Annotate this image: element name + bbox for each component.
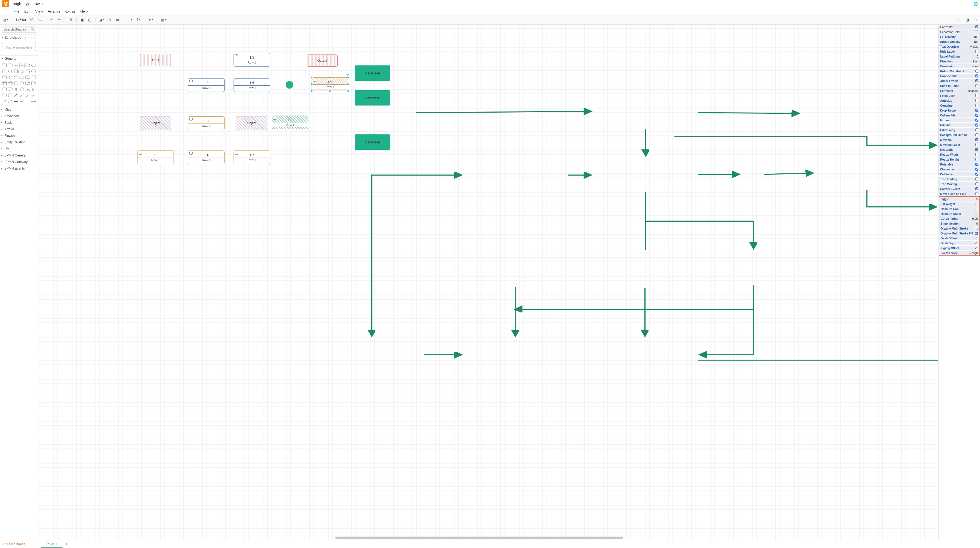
prop-value[interactable]: -41	[974, 212, 978, 215]
outline-panel-icon[interactable]: ⊟	[972, 16, 978, 23]
to-back-icon[interactable]: ▢	[86, 16, 93, 23]
color-swatch[interactable]	[973, 30, 978, 33]
prop-checkbox[interactable]	[975, 148, 978, 151]
app-logo[interactable]	[2, 0, 9, 7]
menu-extras[interactable]: Extras	[63, 8, 78, 14]
scratchpad-help-icon[interactable]: ?	[25, 36, 26, 40]
canvas[interactable]: Input Output −1.5Row 1 −1.2Row 1 −1.6Row…	[38, 25, 938, 540]
shape-line[interactable]	[25, 93, 30, 98]
prop-snap-to-point[interactable]: Snap to Point	[939, 83, 980, 88]
to-front-icon[interactable]: ▣	[79, 16, 85, 23]
format-panel-icon[interactable]: ◨	[964, 16, 971, 23]
prop-checkbox[interactable]	[975, 104, 978, 107]
prop-checkbox[interactable]	[975, 109, 978, 112]
prop-checkbox[interactable]	[975, 129, 978, 132]
scratchpad-edit-icon[interactable]: ✎	[30, 36, 33, 40]
menu-arrange[interactable]: Arrange	[46, 8, 62, 14]
shape-internal[interactable]	[2, 81, 7, 86]
shape-conn4[interactable]	[31, 99, 37, 104]
node-output[interactable]: Output	[307, 54, 338, 67]
rotate-handle-icon[interactable]: ⟳	[346, 73, 350, 76]
shape-line2[interactable]	[2, 99, 7, 104]
prop-deletable[interactable]: Deletable	[939, 172, 980, 177]
shape-trap[interactable]	[19, 81, 25, 86]
prop-curve-fitting[interactable]: Curve Fitting0.95	[939, 216, 980, 221]
shape-dashed[interactable]	[31, 93, 37, 98]
line-color-icon[interactable]: ✎	[107, 16, 113, 23]
shape-and[interactable]	[2, 93, 7, 98]
category-arrows[interactable]: Arrows	[0, 126, 38, 132]
shape-curve[interactable]	[25, 87, 30, 92]
page-tab[interactable]: Page-1	[41, 540, 62, 548]
prop-rotatable[interactable]: Rotatable	[939, 162, 980, 167]
prop-horizontal[interactable]: Horizontal	[939, 25, 980, 29]
prop-checkbox[interactable]	[975, 158, 978, 161]
scratchpad-add-icon[interactable]: +	[27, 36, 29, 40]
document-title[interactable]: rough-style.drawio	[11, 2, 43, 6]
fold-icon[interactable]: −	[235, 79, 238, 83]
prop-value[interactable]: -1	[975, 202, 978, 206]
general-section[interactable]: General	[0, 56, 38, 62]
prop-simplification[interactable]: Simplification0	[939, 221, 980, 226]
scratchpad-close-icon[interactable]: ✕	[34, 36, 36, 40]
prop-hachure-angle[interactable]: Hachure Angle-41	[939, 211, 980, 216]
prop-value[interactable]: -1	[975, 237, 978, 240]
prop-checkbox[interactable]	[975, 119, 978, 122]
prop-container[interactable]: Container	[939, 103, 980, 108]
prop-checkbox[interactable]	[975, 99, 978, 102]
node-db2[interactable]: Database	[355, 90, 390, 105]
shape-cube[interactable]	[8, 81, 13, 86]
node-13[interactable]: −1.3Row 1	[188, 116, 224, 130]
category-bpmn-events[interactable]: BPMN Events	[0, 165, 38, 172]
prop-hide-label[interactable]: Hide Label	[939, 49, 980, 54]
shape-rect[interactable]	[2, 63, 7, 68]
prop-checkbox[interactable]	[975, 114, 978, 117]
prop-checkbox[interactable]	[975, 124, 978, 127]
prop-edit-dialog[interactable]: Edit Dialog	[939, 128, 980, 132]
node-db1[interactable]: Database	[355, 65, 390, 81]
prop-checkbox[interactable]	[975, 168, 978, 171]
prop-fixed-dash[interactable]: Fixed Dash	[939, 93, 980, 98]
category-advanced[interactable]: Advanced	[0, 113, 38, 119]
fold-icon[interactable]: −	[235, 54, 238, 57]
prop-checkbox[interactable]	[975, 70, 978, 73]
fullscreen-icon[interactable]: ⛶	[956, 16, 963, 23]
prop-text-overflow[interactable]: Text OverflowVisible	[939, 44, 980, 49]
node-11[interactable]: −1.1Row 1	[137, 151, 174, 164]
shape-ds[interactable]	[31, 75, 37, 80]
fold-icon[interactable]: −	[189, 79, 192, 83]
menu-view[interactable]: View	[33, 8, 45, 14]
view-mode-button[interactable]: ▦▾	[2, 16, 10, 23]
menu-file[interactable]: File	[11, 8, 22, 14]
prop-checkbox[interactable]	[975, 163, 978, 166]
prop-jiggle[interactable]: Jiggle5	[939, 197, 980, 202]
redo-icon[interactable]: ↷	[56, 16, 63, 23]
prop-checkbox[interactable]	[975, 25, 978, 29]
shape-note[interactable]	[31, 81, 37, 86]
prop-checkbox[interactable]	[975, 94, 978, 97]
shape-conn1[interactable]	[13, 99, 19, 104]
prop-autosize[interactable]: Autosize	[939, 98, 980, 103]
prop-connectable[interactable]: Connectable	[939, 74, 980, 78]
globe-icon[interactable]: 🌐	[974, 2, 978, 6]
more-shapes-button[interactable]: +More Shapes...	[0, 542, 30, 546]
prop-checkbox[interactable]	[975, 143, 978, 146]
prop-resizable[interactable]: Resizable	[939, 147, 980, 152]
delete-icon[interactable]: 🗑	[67, 16, 74, 23]
prop-checkbox[interactable]	[975, 227, 978, 230]
insert-icon[interactable]: ＋▾	[146, 16, 155, 23]
shape-square[interactable]	[2, 69, 7, 74]
node-17[interactable]: −1.7Row 1	[234, 151, 270, 164]
node-18[interactable]: −1.8Row 1	[272, 116, 308, 129]
category-entity-relation[interactable]: Entity Relation	[0, 139, 38, 146]
shadow-icon[interactable]: ▭	[114, 16, 121, 23]
connection-icon[interactable]: →▾	[125, 16, 134, 23]
prop-cloneable[interactable]: Cloneable	[939, 167, 980, 172]
node-15[interactable]: −1.5Row 1	[234, 53, 270, 67]
prop-checkbox[interactable]	[975, 133, 978, 136]
shape-triangle[interactable]	[8, 75, 13, 80]
prop-separator-color[interactable]: Separator Color	[939, 29, 980, 34]
prop-value[interactable]: 0.95	[972, 217, 978, 220]
shape-hexagon[interactable]	[31, 69, 37, 74]
prop-pointer-events[interactable]: Pointer Events	[939, 186, 980, 191]
